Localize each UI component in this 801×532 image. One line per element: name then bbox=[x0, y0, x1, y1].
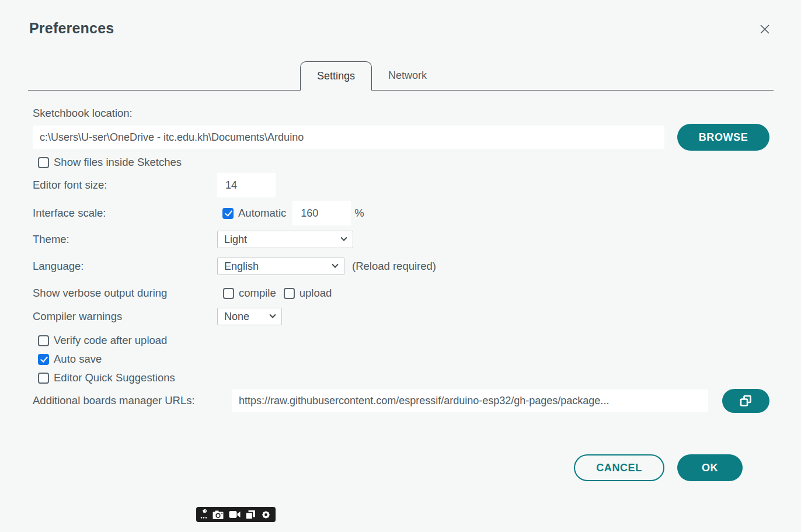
interface-scale-auto-label: Automatic bbox=[238, 207, 286, 220]
tab-network-label: Network bbox=[388, 69, 427, 82]
interface-scale-auto-checkbox[interactable] bbox=[222, 208, 234, 219]
tab-network[interactable]: Network bbox=[372, 61, 443, 90]
quick-suggestions-checkbox[interactable] bbox=[38, 373, 49, 384]
show-files-checkbox[interactable] bbox=[38, 157, 49, 168]
boards-urls-list-button[interactable] bbox=[722, 389, 769, 413]
preferences-dialog: { "dialog": { "title": "Preferences" }, … bbox=[0, 0, 801, 532]
language-select-value: English bbox=[224, 260, 259, 273]
pen-ellipsis-icon[interactable] bbox=[200, 509, 208, 520]
theme-label: Theme: bbox=[33, 233, 217, 246]
tab-bar: Settings Network bbox=[28, 61, 774, 91]
editor-font-size-label: Editor font size: bbox=[33, 179, 217, 192]
quick-suggestions-label: Editor Quick Suggestions bbox=[54, 371, 175, 384]
tab-settings-label: Settings bbox=[317, 70, 355, 82]
language-label: Language: bbox=[33, 260, 217, 273]
verbose-upload-label: upload bbox=[299, 287, 332, 300]
verify-code-label: Verify code after upload bbox=[54, 334, 167, 347]
verbose-upload-checkbox[interactable] bbox=[284, 288, 295, 299]
close-icon bbox=[758, 22, 772, 36]
sketchbook-location-label: Sketchbook location: bbox=[33, 107, 769, 120]
show-files-label: Show files inside Sketches bbox=[54, 156, 182, 169]
theme-select[interactable]: Light bbox=[217, 231, 353, 248]
gear-icon[interactable] bbox=[260, 509, 271, 520]
ok-button[interactable]: OK bbox=[677, 454, 743, 481]
chevron-down-icon bbox=[340, 235, 347, 241]
verbose-compile-checkbox[interactable] bbox=[223, 288, 234, 299]
interface-scale-unit: % bbox=[354, 207, 364, 220]
boards-urls-input[interactable] bbox=[232, 390, 708, 412]
tab-settings[interactable]: Settings bbox=[300, 61, 372, 91]
video-camera-icon[interactable] bbox=[229, 510, 241, 519]
chevron-down-icon bbox=[332, 262, 338, 268]
page-title: Preferences bbox=[29, 20, 114, 37]
browse-button[interactable]: BROWSE bbox=[677, 124, 769, 151]
verbose-compile-label: compile bbox=[239, 287, 276, 300]
interface-scale-label: Interface scale: bbox=[33, 207, 217, 220]
compiler-warnings-value: None bbox=[224, 311, 249, 323]
settings-panel: Sketchbook location: BROWSE Show files i… bbox=[0, 91, 801, 481]
cancel-button[interactable]: CANCEL bbox=[574, 454, 664, 481]
auto-save-checkbox[interactable] bbox=[38, 354, 49, 365]
verbose-output-label: Show verbose output during bbox=[33, 287, 217, 300]
compiler-warnings-select[interactable]: None bbox=[217, 308, 282, 325]
compiler-warnings-label: Compiler warnings bbox=[33, 310, 217, 323]
verify-code-checkbox[interactable] bbox=[38, 335, 49, 346]
auto-save-label: Auto save bbox=[54, 353, 102, 366]
windows-icon[interactable] bbox=[245, 510, 256, 520]
chevron-down-icon bbox=[269, 312, 276, 318]
interface-scale-input[interactable] bbox=[292, 201, 351, 225]
dialog-header: Preferences bbox=[0, 0, 801, 39]
screenshot-overlay-toolbar bbox=[196, 507, 276, 522]
theme-select-value: Light bbox=[224, 234, 247, 246]
editor-font-size-input[interactable] bbox=[217, 173, 276, 197]
boards-urls-label: Additional boards manager URLs: bbox=[33, 394, 232, 407]
sketchbook-location-input[interactable] bbox=[33, 126, 664, 149]
camera-icon[interactable] bbox=[213, 510, 224, 520]
language-select[interactable]: English bbox=[217, 258, 344, 275]
window-restore-icon bbox=[739, 394, 753, 408]
close-button[interactable] bbox=[757, 21, 773, 39]
language-reload-note: (Reload required) bbox=[352, 260, 436, 273]
